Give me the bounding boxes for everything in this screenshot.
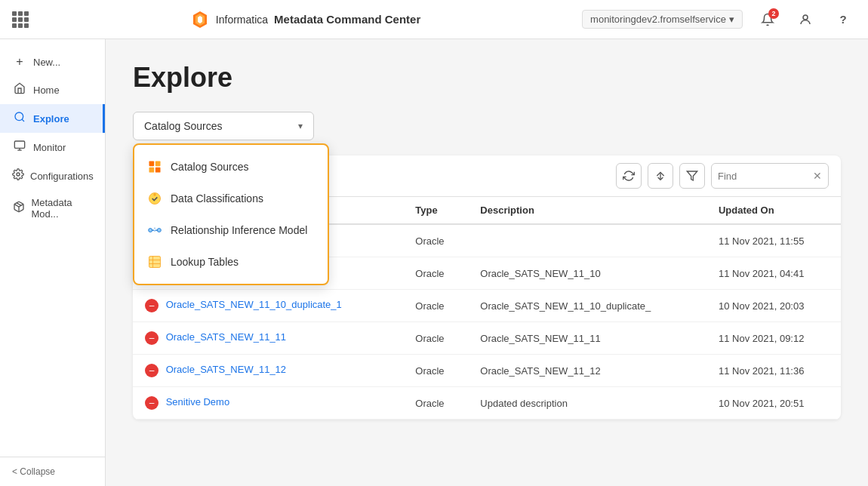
category-dropdown-trigger[interactable]: Catalog Sources ▾ xyxy=(133,112,314,140)
dropdown-item-label: Lookup Tables xyxy=(171,256,239,268)
table-row: – Oracle_SATS_NEW_11_11 Oracle Oracle_SA… xyxy=(133,322,841,355)
cell-description: Oracle_SATS_NEW_11_11 xyxy=(468,322,706,355)
sidebar-item-configurations[interactable]: Configurations xyxy=(0,161,105,190)
cell-type: Oracle xyxy=(403,290,468,322)
env-selector[interactable]: monitoringdev2.fromselfservice ▾ xyxy=(582,10,743,29)
sidebar-item-explore[interactable]: Explore xyxy=(0,104,105,133)
sidebar-label-monitor: Monitor xyxy=(33,142,66,153)
svg-rect-12 xyxy=(149,161,155,167)
topbar: Informatica Metadata Command Center moni… xyxy=(0,0,868,39)
filter-button[interactable] xyxy=(679,163,705,189)
table-row: – Oracle_SATS_NEW_11_10_duplicate_1 Orac… xyxy=(133,290,841,322)
cell-updated-on: 11 Nov 2021, 09:12 xyxy=(706,322,841,355)
env-chevron-icon: ▾ xyxy=(729,14,734,25)
user-profile-button[interactable] xyxy=(793,7,818,32)
dropdown-item-catalog-sources[interactable]: Catalog Sources xyxy=(134,151,328,183)
help-button[interactable]: ? xyxy=(830,7,856,32)
monitor-icon xyxy=(12,140,27,155)
topbar-center: Informatica Metadata Command Center xyxy=(190,10,420,29)
col-type: Type xyxy=(403,197,468,224)
configurations-icon xyxy=(12,168,24,183)
cell-type: Oracle xyxy=(403,322,468,355)
row-status-icon: – xyxy=(145,331,159,345)
dropdown-item-label: Relationship Inference Model xyxy=(171,224,307,236)
find-clear-icon[interactable]: ✕ xyxy=(813,170,822,182)
metadata-icon xyxy=(12,201,25,216)
sidebar-label-new: New... xyxy=(33,57,60,68)
sidebar-item-metadata[interactable]: Metadata Mod... xyxy=(0,190,105,226)
cell-updated-on: 11 Nov 2021, 11:36 xyxy=(706,355,841,387)
plus-icon: + xyxy=(12,55,27,69)
topbar-left xyxy=(12,11,29,28)
cell-name: – Oracle_SATS_NEW_11_11 xyxy=(133,322,403,355)
env-name: monitoringdev2.fromselfservice xyxy=(590,14,726,25)
sidebar-label-home: Home xyxy=(33,85,60,96)
row-name-link[interactable]: Oracle_SATS_NEW_11_10_duplicate_1 xyxy=(166,299,342,310)
sort-button[interactable] xyxy=(648,163,673,189)
row-name-link[interactable]: Oracle_SATS_NEW_11_11 xyxy=(166,331,286,343)
svg-point-4 xyxy=(15,112,23,121)
cell-type: Oracle xyxy=(403,387,468,420)
svg-line-10 xyxy=(17,203,21,205)
cell-description: Updated description xyxy=(468,387,706,420)
svg-point-17 xyxy=(153,193,155,195)
collapse-label: < Collapse xyxy=(12,466,55,477)
home-icon xyxy=(12,82,27,97)
find-input[interactable] xyxy=(718,171,808,182)
cell-updated-on: 11 Nov 2021, 11:55 xyxy=(706,224,841,257)
cell-name: – Oracle_SATS_NEW_11_10_duplicate_1 xyxy=(133,290,403,322)
dropdown-item-relationship-inference[interactable]: Relationship Inference Model xyxy=(134,214,328,246)
cell-updated-on: 11 Nov 2021, 04:41 xyxy=(706,257,841,290)
row-name-link[interactable]: Senitive Demo xyxy=(166,396,230,408)
cell-name: – Senitive Demo xyxy=(133,387,403,420)
sidebar-label-configurations: Configurations xyxy=(30,171,94,182)
main-layout: + New... Home Explore Monitor Configur xyxy=(0,39,868,486)
category-dropdown-menu: Catalog Sources Data Classifications xyxy=(133,143,329,285)
dropdown-item-label: Catalog Sources xyxy=(171,161,249,173)
cell-description: Oracle_SATS_NEW_11_12 xyxy=(468,355,706,387)
svg-rect-6 xyxy=(14,141,24,148)
svg-point-3 xyxy=(803,15,808,20)
row-status-icon: – xyxy=(145,396,159,410)
cell-updated-on: 10 Nov 2021, 20:51 xyxy=(706,387,841,420)
notification-badge: 2 xyxy=(768,8,779,19)
page-title: Explore xyxy=(133,62,841,94)
collapse-button[interactable]: < Collapse xyxy=(12,466,93,477)
svg-line-5 xyxy=(22,119,24,122)
svg-rect-14 xyxy=(149,168,155,173)
sidebar-item-new[interactable]: + New... xyxy=(0,48,105,75)
dropdown-selected-value: Catalog Sources xyxy=(144,120,223,132)
sidebar-bottom: < Collapse xyxy=(0,457,105,486)
cell-description xyxy=(468,224,706,257)
svg-rect-13 xyxy=(155,161,161,167)
row-name-link[interactable]: Oracle_SATS_NEW_11_12 xyxy=(166,364,286,375)
cell-description: Oracle_SATS_NEW_11_10_duplicate_ xyxy=(468,290,706,322)
help-icon: ? xyxy=(839,13,846,26)
category-dropdown-wrapper: Catalog Sources ▾ Catalog Sources xyxy=(133,112,314,140)
dropdown-chevron-icon: ▾ xyxy=(298,121,303,131)
svg-rect-22 xyxy=(149,257,161,268)
svg-point-19 xyxy=(157,229,161,232)
brand-name: Informatica xyxy=(216,14,268,26)
refresh-button[interactable] xyxy=(616,163,642,189)
cell-updated-on: 10 Nov 2021, 20:03 xyxy=(706,290,841,322)
col-updated-on: Updated On xyxy=(706,197,841,224)
table-row: – Oracle_SATS_NEW_11_12 Oracle Oracle_SA… xyxy=(133,355,841,387)
find-input-wrapper: ✕ xyxy=(711,163,829,189)
table-row: – Senitive Demo Oracle Updated descripti… xyxy=(133,387,841,420)
data-classifications-icon xyxy=(146,190,163,207)
relationship-inference-icon xyxy=(146,222,163,238)
row-status-icon: – xyxy=(145,364,159,377)
notifications-button[interactable]: 2 xyxy=(755,7,780,32)
sidebar-item-monitor[interactable]: Monitor xyxy=(0,133,105,161)
svg-marker-28 xyxy=(687,171,697,180)
sidebar-label-explore: Explore xyxy=(33,113,69,125)
explore-icon xyxy=(12,111,27,126)
catalog-sources-icon xyxy=(146,158,163,175)
dropdown-item-lookup-tables[interactable]: Lookup Tables xyxy=(134,246,328,278)
cell-type: Oracle xyxy=(403,355,468,387)
grid-menu-button[interactable] xyxy=(12,11,29,28)
cell-description: Oracle_SATS_NEW_11_10 xyxy=(468,257,706,290)
sidebar-item-home[interactable]: Home xyxy=(0,75,105,104)
dropdown-item-data-classifications[interactable]: Data Classifications xyxy=(134,183,328,214)
